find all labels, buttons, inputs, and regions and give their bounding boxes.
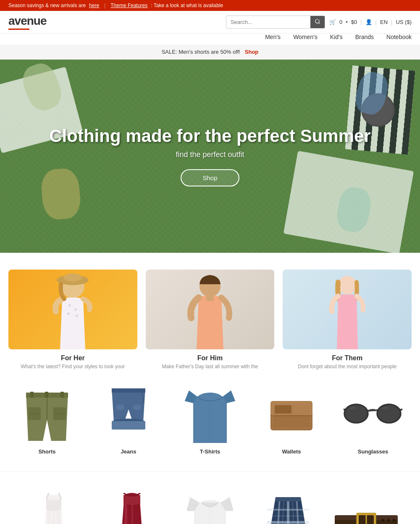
for-him-image bbox=[146, 270, 275, 349]
svg-point-69 bbox=[382, 519, 384, 521]
category-for-her[interactable]: For Her What's the latest? Find your sty… bbox=[8, 270, 137, 369]
sunglasses-image bbox=[337, 386, 409, 445]
svg-rect-21 bbox=[112, 388, 145, 393]
currency-selector[interactable]: US ($) bbox=[396, 19, 412, 25]
product-jeans[interactable]: Jeans bbox=[93, 386, 164, 455]
header-sep3: | bbox=[391, 19, 392, 25]
svg-rect-35 bbox=[275, 405, 291, 414]
svg-line-1 bbox=[319, 23, 320, 24]
header-right: 🛒 0 • $0 | 👤 | EN | US ($) bbox=[226, 16, 412, 29]
for-her-title: For Her bbox=[8, 354, 137, 362]
sale-bar: SALE: Men's shorts are 50% off! Shop bbox=[0, 45, 420, 60]
product-grid-2 bbox=[8, 489, 412, 524]
shorts-image bbox=[11, 386, 83, 445]
shorts-label: Shorts bbox=[11, 448, 83, 455]
red-dress-image bbox=[96, 493, 168, 524]
svg-line-46 bbox=[137, 493, 140, 495]
svg-point-71 bbox=[393, 519, 395, 521]
svg-point-38 bbox=[344, 404, 368, 423]
search-input[interactable] bbox=[226, 16, 310, 28]
svg-point-8 bbox=[76, 314, 78, 317]
svg-rect-63 bbox=[276, 497, 301, 501]
announcement-text2: : Take a look at what is available bbox=[151, 3, 223, 8]
for-her-image bbox=[8, 270, 137, 349]
hero-content: Clothing made for the perfect Summer fin… bbox=[49, 126, 370, 186]
product-shorts[interactable]: Shorts bbox=[11, 386, 83, 455]
svg-point-11 bbox=[338, 276, 357, 294]
product-red-dress[interactable] bbox=[96, 493, 168, 524]
language-selector[interactable]: EN bbox=[380, 19, 388, 25]
svg-point-5 bbox=[68, 304, 71, 307]
wallets-image bbox=[256, 386, 327, 445]
skirt-image bbox=[252, 493, 324, 524]
jeans-label: Jeans bbox=[93, 448, 164, 455]
wallets-label: Wallets bbox=[256, 448, 327, 455]
logo-container[interactable]: avenue bbox=[8, 14, 47, 30]
announcement-bar: Season savings & new arrivals are here |… bbox=[0, 0, 420, 11]
svg-rect-29 bbox=[112, 421, 145, 430]
announcement-link[interactable]: here bbox=[89, 3, 99, 8]
for-them-image bbox=[283, 270, 412, 349]
for-him-title: For Him bbox=[146, 354, 275, 362]
svg-point-7 bbox=[67, 312, 70, 315]
svg-point-27 bbox=[133, 404, 141, 410]
nav-notebook[interactable]: Notebook bbox=[386, 34, 412, 40]
svg-rect-15 bbox=[60, 392, 64, 398]
sale-shop-link[interactable]: Shop bbox=[245, 49, 259, 55]
category-for-them[interactable]: For Them Dont forget about the most impo… bbox=[283, 270, 412, 369]
section-divider bbox=[0, 472, 420, 472]
cart-icon[interactable]: 🛒 bbox=[329, 19, 336, 25]
header-sep2: | bbox=[375, 19, 377, 25]
sale-text: SALE: Men's shorts are 50% off! bbox=[162, 49, 240, 55]
logo-underline bbox=[8, 29, 29, 30]
main-nav: Men's Women's Kid's Brands Notebook bbox=[0, 34, 420, 45]
white-dress-image bbox=[18, 493, 89, 524]
product-section-2 bbox=[0, 480, 420, 524]
product-wallets[interactable]: Wallets bbox=[256, 386, 327, 455]
svg-point-6 bbox=[74, 308, 77, 311]
header-icons: 🛒 0 • $0 | 👤 | EN | US ($) bbox=[329, 19, 412, 25]
header-sep1: | bbox=[360, 19, 362, 25]
product-skirt[interactable] bbox=[252, 493, 324, 524]
nav-brands[interactable]: Brands bbox=[355, 34, 374, 40]
hero-section: Clothing made for the perfect Summer fin… bbox=[0, 60, 420, 253]
svg-rect-14 bbox=[45, 392, 48, 398]
user-icon[interactable]: 👤 bbox=[365, 19, 372, 25]
product-white-dress[interactable] bbox=[18, 493, 89, 524]
logo[interactable]: avenue bbox=[8, 14, 47, 28]
svg-line-45 bbox=[123, 493, 126, 495]
tshirts-label: T-Shirts bbox=[174, 448, 246, 455]
hero-cta-button[interactable]: Shop bbox=[181, 169, 239, 186]
svg-point-26 bbox=[116, 404, 124, 410]
svg-point-39 bbox=[377, 404, 401, 423]
for-them-desc: Dont forget about the most important peo… bbox=[283, 364, 412, 369]
header: avenue 🛒 0 • $0 | 👤 | EN | US ($) bbox=[0, 11, 420, 34]
for-them-title: For Them bbox=[283, 354, 412, 362]
sweater-image bbox=[174, 493, 246, 524]
nav-mens[interactable]: Men's bbox=[265, 34, 281, 40]
category-section: For Her What's the latest? Find your sty… bbox=[0, 253, 420, 378]
tshirts-image bbox=[174, 386, 246, 445]
svg-point-4 bbox=[63, 273, 82, 282]
jeans-image bbox=[93, 386, 164, 445]
product-grid-1: Shorts bbox=[8, 386, 412, 455]
hero-title: Clothing made for the perfect Summer bbox=[49, 126, 370, 146]
cart-count: 0 bbox=[339, 19, 342, 25]
announcement-divider: | bbox=[104, 3, 105, 8]
cart-separator: • bbox=[346, 19, 348, 25]
category-for-him[interactable]: For Him Make Father's Day last all summe… bbox=[146, 270, 275, 369]
for-her-desc: What's the latest? Find your styles to l… bbox=[8, 364, 137, 369]
product-tshirts[interactable]: T-Shirts bbox=[174, 386, 246, 455]
nav-womens[interactable]: Women's bbox=[293, 34, 318, 40]
search-box bbox=[226, 16, 325, 29]
for-him-desc: Make Father's Day last all summer with t… bbox=[146, 364, 275, 369]
product-belt[interactable] bbox=[331, 493, 402, 524]
nav-kids[interactable]: Kid's bbox=[330, 34, 343, 40]
product-sunglasses[interactable]: Sunglasses bbox=[337, 386, 409, 455]
cart-price: $0 bbox=[351, 19, 357, 25]
search-button[interactable] bbox=[310, 16, 325, 28]
product-sweater[interactable] bbox=[174, 493, 246, 524]
svg-rect-13 bbox=[30, 392, 34, 398]
theme-features-link[interactable]: Theme Features bbox=[110, 3, 147, 8]
svg-point-0 bbox=[315, 19, 319, 23]
